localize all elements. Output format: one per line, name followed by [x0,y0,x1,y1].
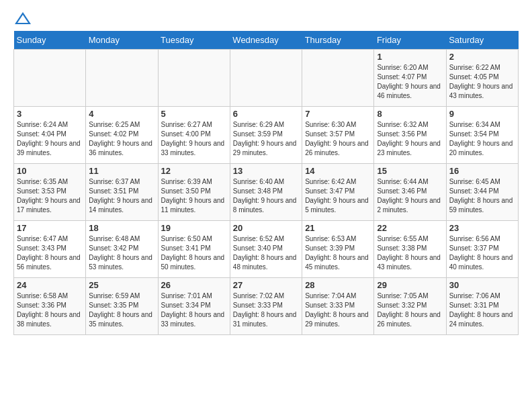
day-info: Sunrise: 6:40 AM Sunset: 3:48 PM Dayligh… [233,177,299,215]
calendar-header-row: SundayMondayTuesdayWednesdayThursdayFrid… [14,31,519,50]
day-number: 13 [233,166,299,176]
calendar-cell: 1Sunrise: 6:20 AM Sunset: 4:07 PM Daylig… [374,50,446,107]
calendar-cell: 26Sunrise: 7:01 AM Sunset: 3:34 PM Dayli… [158,278,230,335]
day-number: 4 [89,109,154,119]
calendar-cell: 25Sunrise: 6:59 AM Sunset: 3:35 PM Dayli… [86,278,158,335]
day-info: Sunrise: 6:39 AM Sunset: 3:50 PM Dayligh… [161,177,227,215]
calendar-header-saturday: Saturday [446,31,518,50]
day-info: Sunrise: 7:02 AM Sunset: 3:33 PM Dayligh… [233,291,299,329]
day-info: Sunrise: 6:44 AM Sunset: 3:46 PM Dayligh… [377,177,443,215]
calendar-cell [158,50,230,107]
day-number: 14 [305,166,371,176]
calendar-header-monday: Monday [86,31,158,50]
calendar-cell: 16Sunrise: 6:45 AM Sunset: 3:44 PM Dayli… [446,164,518,221]
day-info: Sunrise: 6:30 AM Sunset: 3:57 PM Dayligh… [305,120,371,158]
calendar-cell: 13Sunrise: 6:40 AM Sunset: 3:48 PM Dayli… [230,164,302,221]
day-info: Sunrise: 6:47 AM Sunset: 3:43 PM Dayligh… [17,234,83,272]
calendar-cell: 8Sunrise: 6:32 AM Sunset: 3:56 PM Daylig… [374,107,446,164]
calendar-header-thursday: Thursday [302,31,374,50]
calendar-cell: 14Sunrise: 6:42 AM Sunset: 3:47 PM Dayli… [302,164,374,221]
calendar-cell: 5Sunrise: 6:27 AM Sunset: 4:00 PM Daylig… [158,107,230,164]
calendar-cell [302,50,374,107]
day-info: Sunrise: 6:32 AM Sunset: 3:56 PM Dayligh… [377,120,443,158]
calendar-cell: 24Sunrise: 6:58 AM Sunset: 3:36 PM Dayli… [14,278,86,335]
day-info: Sunrise: 6:35 AM Sunset: 3:53 PM Dayligh… [17,177,83,215]
calendar-cell [230,50,302,107]
calendar-cell: 9Sunrise: 6:34 AM Sunset: 3:54 PM Daylig… [446,107,518,164]
calendar-cell: 3Sunrise: 6:24 AM Sunset: 4:04 PM Daylig… [14,107,86,164]
calendar-cell: 28Sunrise: 7:04 AM Sunset: 3:33 PM Dayli… [302,278,374,335]
day-number: 3 [17,109,83,119]
day-info: Sunrise: 7:01 AM Sunset: 3:34 PM Dayligh… [161,291,227,329]
day-number: 6 [233,109,299,119]
day-info: Sunrise: 6:25 AM Sunset: 4:02 PM Dayligh… [89,120,154,158]
day-number: 9 [449,109,515,119]
calendar-cell: 30Sunrise: 7:06 AM Sunset: 3:31 PM Dayli… [446,278,518,335]
calendar-cell: 18Sunrise: 6:48 AM Sunset: 3:42 PM Dayli… [86,221,158,278]
calendar-cell: 20Sunrise: 6:52 AM Sunset: 3:40 PM Dayli… [230,221,302,278]
day-info: Sunrise: 6:22 AM Sunset: 4:05 PM Dayligh… [449,63,515,101]
calendar-week-1: 1Sunrise: 6:20 AM Sunset: 4:07 PM Daylig… [14,50,519,107]
calendar-cell: 15Sunrise: 6:44 AM Sunset: 3:46 PM Dayli… [374,164,446,221]
calendar-cell [14,50,86,107]
day-number: 27 [233,280,299,290]
header [13,11,519,26]
calendar-cell: 17Sunrise: 6:47 AM Sunset: 3:43 PM Dayli… [14,221,86,278]
day-info: Sunrise: 6:27 AM Sunset: 4:00 PM Dayligh… [161,120,227,158]
day-number: 22 [377,223,443,233]
day-info: Sunrise: 6:50 AM Sunset: 3:41 PM Dayligh… [161,234,227,272]
logo [13,11,35,26]
calendar-cell: 23Sunrise: 6:56 AM Sunset: 3:37 PM Dayli… [446,221,518,278]
calendar-cell: 4Sunrise: 6:25 AM Sunset: 4:02 PM Daylig… [86,107,158,164]
calendar-cell: 2Sunrise: 6:22 AM Sunset: 4:05 PM Daylig… [446,50,518,107]
day-info: Sunrise: 6:52 AM Sunset: 3:40 PM Dayligh… [233,234,299,272]
day-number: 16 [449,166,515,176]
day-number: 5 [161,109,227,119]
calendar-cell: 19Sunrise: 6:50 AM Sunset: 3:41 PM Dayli… [158,221,230,278]
day-number: 15 [377,166,443,176]
day-number: 24 [17,280,83,290]
calendar-week-4: 17Sunrise: 6:47 AM Sunset: 3:43 PM Dayli… [14,221,519,278]
day-info: Sunrise: 7:05 AM Sunset: 3:32 PM Dayligh… [377,291,443,329]
day-number: 7 [305,109,371,119]
day-info: Sunrise: 6:45 AM Sunset: 3:44 PM Dayligh… [449,177,515,215]
day-number: 18 [89,223,154,233]
day-number: 1 [377,52,443,62]
day-info: Sunrise: 6:24 AM Sunset: 4:04 PM Dayligh… [17,120,83,158]
page: SundayMondayTuesdayWednesdayThursdayFrid… [0,0,532,342]
day-number: 2 [449,52,515,62]
calendar-cell: 12Sunrise: 6:39 AM Sunset: 3:50 PM Dayli… [158,164,230,221]
day-info: Sunrise: 6:55 AM Sunset: 3:38 PM Dayligh… [377,234,443,272]
day-info: Sunrise: 6:29 AM Sunset: 3:59 PM Dayligh… [233,120,299,158]
day-number: 11 [89,166,154,176]
day-number: 25 [89,280,154,290]
calendar-cell: 7Sunrise: 6:30 AM Sunset: 3:57 PM Daylig… [302,107,374,164]
day-number: 21 [305,223,371,233]
calendar-table: SundayMondayTuesdayWednesdayThursdayFrid… [13,31,519,335]
calendar-cell [86,50,158,107]
day-number: 10 [17,166,83,176]
calendar-cell: 29Sunrise: 7:05 AM Sunset: 3:32 PM Dayli… [374,278,446,335]
day-info: Sunrise: 7:04 AM Sunset: 3:33 PM Dayligh… [305,291,371,329]
day-number: 20 [233,223,299,233]
day-info: Sunrise: 6:58 AM Sunset: 3:36 PM Dayligh… [17,291,83,329]
calendar-header-wednesday: Wednesday [230,31,302,50]
calendar-header-sunday: Sunday [14,31,86,50]
day-info: Sunrise: 6:56 AM Sunset: 3:37 PM Dayligh… [449,234,515,272]
day-number: 23 [449,223,515,233]
day-number: 26 [161,280,227,290]
day-number: 29 [377,280,443,290]
calendar-week-2: 3Sunrise: 6:24 AM Sunset: 4:04 PM Daylig… [14,107,519,164]
day-number: 17 [17,223,83,233]
day-info: Sunrise: 6:20 AM Sunset: 4:07 PM Dayligh… [377,63,443,101]
calendar-week-3: 10Sunrise: 6:35 AM Sunset: 3:53 PM Dayli… [14,164,519,221]
day-info: Sunrise: 6:34 AM Sunset: 3:54 PM Dayligh… [449,120,515,158]
calendar-week-5: 24Sunrise: 6:58 AM Sunset: 3:36 PM Dayli… [14,278,519,335]
day-info: Sunrise: 6:37 AM Sunset: 3:51 PM Dayligh… [89,177,154,215]
calendar-cell: 6Sunrise: 6:29 AM Sunset: 3:59 PM Daylig… [230,107,302,164]
day-info: Sunrise: 6:48 AM Sunset: 3:42 PM Dayligh… [89,234,154,272]
calendar-header-tuesday: Tuesday [158,31,230,50]
day-info: Sunrise: 6:42 AM Sunset: 3:47 PM Dayligh… [305,177,371,215]
day-info: Sunrise: 6:53 AM Sunset: 3:39 PM Dayligh… [305,234,371,272]
day-number: 8 [377,109,443,119]
